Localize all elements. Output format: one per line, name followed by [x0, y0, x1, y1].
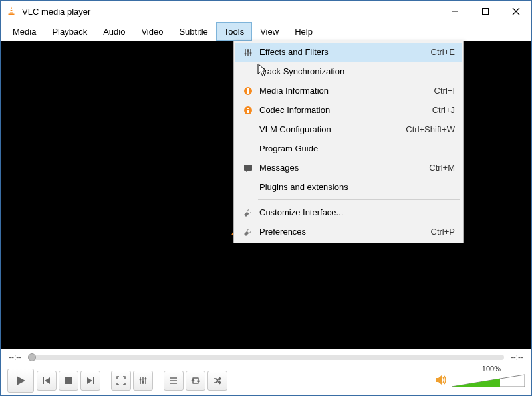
menu-subtitle[interactable]: Subtitle [171, 22, 215, 41]
svg-rect-42 [244, 165, 252, 171]
tools-menu-item-6[interactable]: MessagesCtrl+M [235, 158, 462, 177]
wrench-icon [239, 208, 257, 217]
volume-label: 100% [482, 365, 501, 373]
tools-menu-item-10[interactable]: PreferencesCtrl+P [235, 222, 462, 241]
svg-rect-1 [10, 9, 13, 10]
svg-point-21 [140, 379, 142, 381]
messages-icon [239, 163, 257, 173]
svg-rect-40 [247, 110, 249, 113]
playlist-button[interactable] [164, 371, 184, 391]
menu-item-label: Customize Interface... [257, 207, 444, 217]
seek-bar-row: --:-- --:-- [1, 349, 531, 366]
menu-item-label: Media Information [257, 86, 424, 96]
svg-rect-41 [247, 108, 249, 109]
wrench-icon [239, 227, 257, 237]
svg-point-23 [145, 378, 147, 380]
info-icon [239, 86, 257, 96]
menu-item-label: Effects and Filters [257, 47, 420, 57]
svg-rect-15 [65, 377, 72, 384]
svg-point-35 [250, 52, 252, 54]
seek-bar[interactable] [28, 355, 503, 360]
extended-settings-button[interactable] [133, 371, 153, 391]
svg-rect-3 [9, 13, 15, 15]
menu-tools[interactable]: Tools [216, 22, 252, 41]
volume-control[interactable] [434, 373, 525, 388]
time-elapsed[interactable]: --:-- [9, 353, 21, 362]
svg-point-33 [245, 52, 247, 54]
svg-rect-37 [247, 90, 249, 94]
svg-rect-13 [43, 377, 44, 384]
menu-item-label: Messages [257, 163, 418, 173]
menu-view[interactable]: View [252, 22, 287, 41]
title-bar: VLC media player [1, 1, 531, 22]
tools-dropdown: Effects and FiltersCtrl+ETrack Synchroni… [233, 41, 464, 243]
menu-item-shortcut: Ctrl+E [431, 47, 455, 57]
menu-item-label: Program Guide [257, 144, 444, 153]
speaker-icon [434, 374, 448, 388]
tools-menu-item-9[interactable]: Customize Interface... [235, 203, 462, 222]
tools-menu-item-2[interactable]: Media InformationCtrl+I [235, 81, 462, 100]
window-title: VLC media player [22, 7, 90, 17]
menu-item-label: VLM Configuration [257, 124, 395, 134]
previous-button[interactable] [37, 371, 57, 391]
playback-controls: 100% [1, 366, 531, 395]
menu-item-label: Track Synchronization [257, 66, 444, 76]
stop-button[interactable] [59, 371, 78, 391]
menu-item-label: Codec Information [257, 105, 422, 115]
tools-menu-item-3[interactable]: Codec InformationCtrl+J [235, 100, 462, 120]
menu-separator [258, 199, 460, 200]
svg-marker-43 [246, 170, 249, 172]
title-bar-left: VLC media player [6, 5, 90, 18]
svg-marker-12 [17, 376, 25, 385]
vlc-cone-icon [6, 5, 17, 18]
info-icon [239, 106, 257, 115]
svg-marker-14 [45, 377, 50, 384]
next-button[interactable] [80, 371, 100, 391]
maximize-button[interactable] [470, 1, 501, 22]
menu-item-shortcut: Ctrl+Shift+W [406, 124, 455, 134]
menu-item-shortcut: Ctrl+J [432, 105, 455, 115]
menu-playback[interactable]: Playback [44, 22, 95, 41]
menu-item-label: Plugins and extensions [257, 182, 444, 192]
fullscreen-button[interactable] [111, 371, 131, 391]
svg-point-34 [247, 50, 249, 52]
loop-button[interactable] [186, 371, 205, 391]
tools-menu-item-7[interactable]: Plugins and extensions [235, 177, 462, 197]
svg-rect-38 [247, 88, 249, 90]
time-total[interactable]: --:-- [511, 353, 523, 362]
menu-bar: Media Playback Audio Video Subtitle Tool… [1, 22, 531, 41]
menu-video[interactable]: Video [133, 22, 171, 41]
menu-help[interactable]: Help [287, 22, 321, 41]
window-controls [440, 1, 531, 22]
tools-menu-item-0[interactable]: Effects and FiltersCtrl+E [235, 43, 462, 62]
svg-marker-27 [436, 375, 442, 385]
menu-item-shortcut: Ctrl+M [429, 163, 455, 173]
seek-knob[interactable] [28, 353, 36, 361]
app-window: VLC media player Media Playback Audio Vi… [0, 0, 532, 396]
shuffle-button[interactable] [207, 371, 227, 391]
tools-menu-item-1[interactable]: Track Synchronization [235, 62, 462, 81]
tools-menu-item-4[interactable]: VLM ConfigurationCtrl+Shift+W [235, 120, 462, 139]
svg-rect-5 [483, 9, 489, 15]
tools-menu-item-5[interactable]: Program Guide [235, 139, 462, 158]
menu-item-label: Preferences [257, 227, 420, 237]
play-button[interactable] [7, 369, 34, 393]
menu-media[interactable]: Media [5, 22, 44, 41]
menu-item-shortcut: Ctrl+P [431, 227, 455, 237]
menu-item-shortcut: Ctrl+I [434, 86, 455, 96]
volume-slider[interactable] [452, 373, 525, 388]
svg-marker-16 [87, 377, 92, 384]
close-button[interactable] [501, 1, 531, 22]
equalizer-icon [239, 48, 257, 57]
menu-audio[interactable]: Audio [95, 22, 133, 41]
svg-rect-2 [10, 11, 13, 12]
minimize-button[interactable] [440, 1, 470, 22]
svg-point-22 [142, 381, 144, 383]
svg-rect-17 [93, 377, 94, 384]
